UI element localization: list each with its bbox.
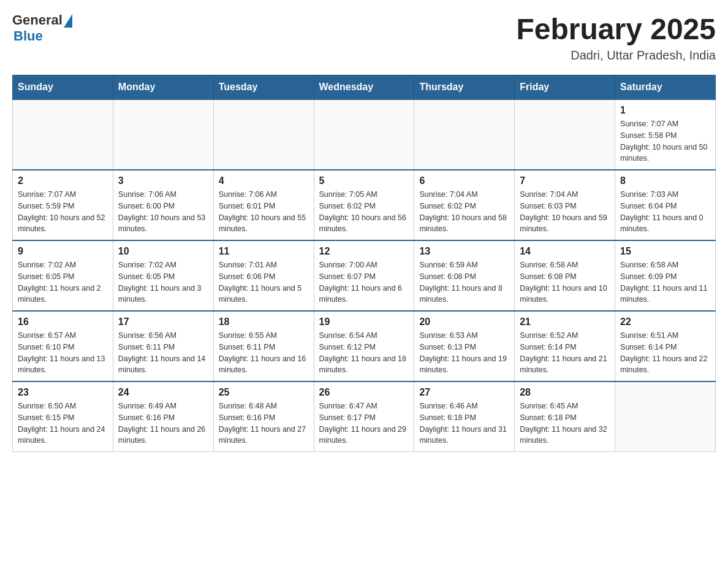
calendar-cell: 15Sunrise: 6:58 AMSunset: 6:09 PMDayligh…: [615, 240, 716, 311]
calendar-cell: 25Sunrise: 6:48 AMSunset: 6:16 PMDayligh…: [213, 381, 314, 452]
calendar-cell: 4Sunrise: 7:06 AMSunset: 6:01 PMDaylight…: [213, 170, 314, 240]
day-number: 10: [118, 246, 208, 257]
logo-general-text: General: [12, 12, 63, 28]
day-info: Sunrise: 6:50 AMSunset: 6:15 PMDaylight:…: [18, 400, 108, 446]
day-info: Sunrise: 6:57 AMSunset: 6:10 PMDaylight:…: [18, 330, 108, 376]
day-number: 20: [419, 316, 509, 327]
calendar-cell: 10Sunrise: 7:02 AMSunset: 6:05 PMDayligh…: [113, 240, 213, 311]
day-number: 23: [18, 387, 108, 398]
day-info: Sunrise: 6:46 AMSunset: 6:18 PMDaylight:…: [419, 400, 509, 446]
calendar-week-row: 1Sunrise: 7:07 AMSunset: 5:58 PMDaylight…: [13, 99, 716, 170]
calendar-header-row: SundayMondayTuesdayWednesdayThursdayFrid…: [13, 75, 716, 100]
day-info: Sunrise: 7:02 AMSunset: 6:05 PMDaylight:…: [118, 259, 208, 305]
day-info: Sunrise: 6:55 AMSunset: 6:11 PMDaylight:…: [219, 330, 309, 376]
weekday-header-sunday: Sunday: [13, 75, 113, 100]
calendar-cell: [414, 99, 515, 170]
day-info: Sunrise: 7:04 AMSunset: 6:03 PMDaylight:…: [520, 189, 610, 235]
calendar-cell: 13Sunrise: 6:59 AMSunset: 6:08 PMDayligh…: [414, 240, 515, 311]
calendar-cell: 23Sunrise: 6:50 AMSunset: 6:15 PMDayligh…: [13, 381, 113, 452]
day-info: Sunrise: 6:51 AMSunset: 6:14 PMDaylight:…: [620, 330, 710, 376]
title-area: February 2025 Dadri, Uttar Pradesh, Indi…: [516, 12, 716, 63]
calendar-cell: [213, 99, 314, 170]
day-number: 15: [620, 246, 710, 257]
day-number: 7: [520, 175, 610, 186]
calendar-cell: 16Sunrise: 6:57 AMSunset: 6:10 PMDayligh…: [13, 311, 113, 381]
logo-triangle-icon: [64, 14, 72, 28]
day-info: Sunrise: 6:53 AMSunset: 6:13 PMDaylight:…: [419, 330, 509, 376]
calendar-cell: 28Sunrise: 6:45 AMSunset: 6:18 PMDayligh…: [515, 381, 615, 452]
day-info: Sunrise: 7:01 AMSunset: 6:06 PMDaylight:…: [219, 259, 309, 305]
calendar-cell: 7Sunrise: 7:04 AMSunset: 6:03 PMDaylight…: [515, 170, 615, 240]
calendar-week-row: 16Sunrise: 6:57 AMSunset: 6:10 PMDayligh…: [13, 311, 716, 381]
calendar-cell: 8Sunrise: 7:03 AMSunset: 6:04 PMDaylight…: [615, 170, 716, 240]
day-number: 6: [419, 175, 509, 186]
day-info: Sunrise: 6:49 AMSunset: 6:16 PMDaylight:…: [118, 400, 208, 446]
day-number: 12: [319, 246, 409, 257]
calendar-cell: 20Sunrise: 6:53 AMSunset: 6:13 PMDayligh…: [414, 311, 515, 381]
day-number: 19: [319, 316, 409, 327]
day-number: 5: [319, 175, 409, 186]
day-info: Sunrise: 7:05 AMSunset: 6:02 PMDaylight:…: [319, 189, 409, 235]
calendar-cell: 21Sunrise: 6:52 AMSunset: 6:14 PMDayligh…: [515, 311, 615, 381]
calendar-cell: 18Sunrise: 6:55 AMSunset: 6:11 PMDayligh…: [213, 311, 314, 381]
calendar-cell: 1Sunrise: 7:07 AMSunset: 5:58 PMDaylight…: [615, 99, 716, 170]
day-info: Sunrise: 6:47 AMSunset: 6:17 PMDaylight:…: [319, 400, 409, 446]
calendar-cell: 22Sunrise: 6:51 AMSunset: 6:14 PMDayligh…: [615, 311, 716, 381]
calendar-table: SundayMondayTuesdayWednesdayThursdayFrid…: [12, 75, 716, 452]
calendar-cell: 17Sunrise: 6:56 AMSunset: 6:11 PMDayligh…: [113, 311, 213, 381]
day-info: Sunrise: 6:58 AMSunset: 6:09 PMDaylight:…: [620, 259, 710, 305]
day-number: 2: [18, 175, 108, 186]
calendar-cell: 3Sunrise: 7:06 AMSunset: 6:00 PMDaylight…: [113, 170, 213, 240]
day-info: Sunrise: 7:07 AMSunset: 5:58 PMDaylight:…: [620, 118, 710, 164]
day-info: Sunrise: 6:52 AMSunset: 6:14 PMDaylight:…: [520, 330, 610, 376]
day-number: 11: [219, 246, 309, 257]
calendar-week-row: 23Sunrise: 6:50 AMSunset: 6:15 PMDayligh…: [13, 381, 716, 452]
weekday-header-saturday: Saturday: [615, 75, 716, 100]
weekday-header-friday: Friday: [515, 75, 615, 100]
calendar-cell: [113, 99, 213, 170]
calendar-cell: 12Sunrise: 7:00 AMSunset: 6:07 PMDayligh…: [314, 240, 414, 311]
page-header: General Blue February 2025 Dadri, Uttar …: [12, 12, 716, 63]
calendar-cell: [314, 99, 414, 170]
day-info: Sunrise: 7:03 AMSunset: 6:04 PMDaylight:…: [620, 189, 710, 235]
calendar-cell: 6Sunrise: 7:04 AMSunset: 6:02 PMDaylight…: [414, 170, 515, 240]
day-number: 3: [118, 175, 208, 186]
day-info: Sunrise: 7:07 AMSunset: 5:59 PMDaylight:…: [18, 189, 108, 235]
logo: General Blue: [12, 12, 72, 44]
calendar-cell: 26Sunrise: 6:47 AMSunset: 6:17 PMDayligh…: [314, 381, 414, 452]
day-number: 28: [520, 387, 610, 398]
calendar-cell: 11Sunrise: 7:01 AMSunset: 6:06 PMDayligh…: [213, 240, 314, 311]
weekday-header-monday: Monday: [113, 75, 213, 100]
day-number: 24: [118, 387, 208, 398]
day-number: 16: [18, 316, 108, 327]
weekday-header-thursday: Thursday: [414, 75, 515, 100]
day-number: 14: [520, 246, 610, 257]
day-number: 26: [319, 387, 409, 398]
day-number: 1: [620, 105, 710, 116]
day-number: 27: [419, 387, 509, 398]
calendar-cell: 19Sunrise: 6:54 AMSunset: 6:12 PMDayligh…: [314, 311, 414, 381]
day-info: Sunrise: 6:54 AMSunset: 6:12 PMDaylight:…: [319, 330, 409, 376]
weekday-header-wednesday: Wednesday: [314, 75, 414, 100]
day-info: Sunrise: 7:06 AMSunset: 6:01 PMDaylight:…: [219, 189, 309, 235]
logo-blue-text: Blue: [13, 28, 43, 44]
day-number: 13: [419, 246, 509, 257]
calendar-week-row: 9Sunrise: 7:02 AMSunset: 6:05 PMDaylight…: [13, 240, 716, 311]
day-number: 9: [18, 246, 108, 257]
calendar-cell: 2Sunrise: 7:07 AMSunset: 5:59 PMDaylight…: [13, 170, 113, 240]
day-number: 21: [520, 316, 610, 327]
day-info: Sunrise: 6:45 AMSunset: 6:18 PMDaylight:…: [520, 400, 610, 446]
day-info: Sunrise: 6:56 AMSunset: 6:11 PMDaylight:…: [118, 330, 208, 376]
calendar-cell: 27Sunrise: 6:46 AMSunset: 6:18 PMDayligh…: [414, 381, 515, 452]
day-number: 18: [219, 316, 309, 327]
day-number: 17: [118, 316, 208, 327]
day-info: Sunrise: 6:48 AMSunset: 6:16 PMDaylight:…: [219, 400, 309, 446]
day-number: 25: [219, 387, 309, 398]
calendar-cell: 24Sunrise: 6:49 AMSunset: 6:16 PMDayligh…: [113, 381, 213, 452]
day-info: Sunrise: 7:00 AMSunset: 6:07 PMDaylight:…: [319, 259, 409, 305]
weekday-header-tuesday: Tuesday: [213, 75, 314, 100]
day-info: Sunrise: 7:04 AMSunset: 6:02 PMDaylight:…: [419, 189, 509, 235]
calendar-cell: 14Sunrise: 6:58 AMSunset: 6:08 PMDayligh…: [515, 240, 615, 311]
day-info: Sunrise: 7:02 AMSunset: 6:05 PMDaylight:…: [18, 259, 108, 305]
calendar-cell: 9Sunrise: 7:02 AMSunset: 6:05 PMDaylight…: [13, 240, 113, 311]
